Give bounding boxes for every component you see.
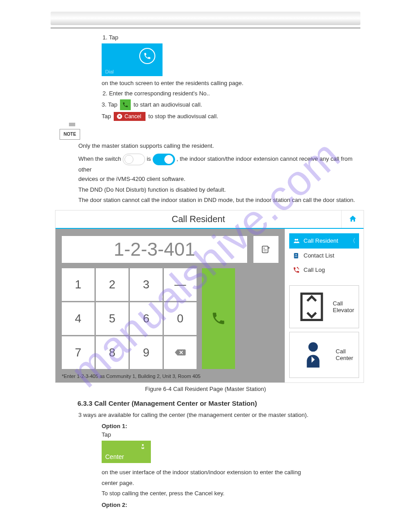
ui-title: Call Resident [56,210,341,228]
step-2: 2. Enter the corresponding resident's No… [113,90,356,98]
sidebar-contact-list[interactable]: Contact List [289,249,359,263]
note-icon: NOTE [60,123,82,140]
dial-tile-label: Dial [105,69,114,74]
ui-sidebar: Call Resident 〈 Contact List Call Log Ca… [285,229,364,382]
cancel-button[interactable]: Cancel [114,112,146,121]
key-7[interactable]: 7 [62,336,94,369]
call-center-button[interactable]: Call Center [289,332,359,378]
step-1-rest: on the touch screen to enter the residen… [102,79,356,88]
header-gradient-bar [51,12,360,25]
note-label: NOTE [64,132,76,137]
step-3-tap2: Tap [102,113,111,120]
svg-point-11 [142,444,144,446]
document-content: 1. Tap Dial on the touch screen to enter… [51,28,360,515]
svg-point-4 [295,239,296,240]
keypad-hint: *Enter 1-2-3-405 as Community 1, Buildin… [62,373,278,379]
center-tile-label: Center [105,453,124,460]
key-3[interactable]: 3 [130,268,163,301]
key-dash[interactable]: — [164,268,197,301]
section2-p1: 3 ways are available for calling the cen… [78,411,356,420]
option1-rest2: center page. [102,479,356,488]
number-display: 1-2-3-401 [62,236,247,263]
option2-label: Option 2: [102,502,356,508]
svg-rect-6 [294,253,298,258]
sidebar-item-label: Call Log [304,266,325,273]
note-line1: Only the master station supports calling… [78,142,356,150]
dial-tile[interactable]: Dial [102,43,163,76]
step-1: 1. Tap [113,34,356,42]
key-5[interactable]: 5 [96,302,128,335]
step-3-mid2: to stop the audiovisual call. [148,113,218,120]
step-3-mid: to start an audiovisual call. [133,101,202,108]
sidebar-call-log[interactable]: Call Log [289,263,359,277]
svg-rect-3 [264,250,267,251]
option1-tap: Tap [102,431,111,438]
step-3-prefix: 3. Tap [102,101,117,108]
svg-point-7 [295,254,297,255]
sidebar-item-label: Call Resident [304,237,338,244]
option1-label: Option 1: [102,423,356,429]
key-6[interactable]: 6 [130,302,163,335]
svg-rect-1 [264,248,265,249]
key-8[interactable]: 8 [96,336,128,369]
option1-stop: To stop calling the center, press the Ca… [102,489,356,498]
dnd-p4: The door station cannot call the indoor … [78,196,356,205]
key-4[interactable]: 4 [62,302,94,335]
call-resident-ui: Call Resident 1-2-3-401 1 2 3 [55,210,364,383]
svg-point-5 [296,239,298,240]
toggle-off-icon [123,154,145,165]
button-label: Call Center [336,348,354,361]
svg-point-10 [308,342,318,352]
ui-keypad-area: 1-2-3-401 1 2 3 — 4 5 6 0 7 [56,229,285,382]
svg-rect-2 [264,249,267,250]
sidebar-item-label: Contact List [304,252,334,259]
call-big-button[interactable] [202,268,235,369]
svg-rect-12 [142,446,144,448]
key-1[interactable]: 1 [62,268,94,301]
key-2[interactable]: 2 [96,268,128,301]
call-button[interactable] [120,99,131,110]
ui-titlebar: Call Resident [56,210,364,229]
key-9[interactable]: 9 [130,336,163,369]
button-label: Call Elevator [333,300,354,313]
home-button[interactable] [341,210,364,228]
keypad: 1 2 3 — 4 5 6 0 7 8 9 [62,268,197,369]
center-tile[interactable]: Center [102,441,151,463]
dnd-p2: devices or the iVMS-4200 client software… [78,175,356,184]
key-0[interactable]: 0 [164,302,197,335]
dnd-paragraph: When the switch is , the indoor station/… [78,154,356,175]
toggle-on-icon [153,154,175,165]
phone-icon [139,48,155,64]
option1-rest: on the user interface of the indoor stat… [102,468,356,477]
dnd-p3: The DND (Do Not Disturb) function is dis… [78,185,356,194]
sidebar-call-resident[interactable]: Call Resident 〈 [289,233,359,249]
call-elevator-button[interactable]: Call Elevator [289,285,359,328]
section-heading: 6.3.3 Call Center (Management Center or … [77,399,356,407]
add-contact-button[interactable] [253,236,278,263]
key-backspace[interactable] [164,336,197,369]
svg-rect-8 [295,256,297,257]
figure-caption: Figure 6-4 Call Resident Page (Master St… [55,386,356,392]
